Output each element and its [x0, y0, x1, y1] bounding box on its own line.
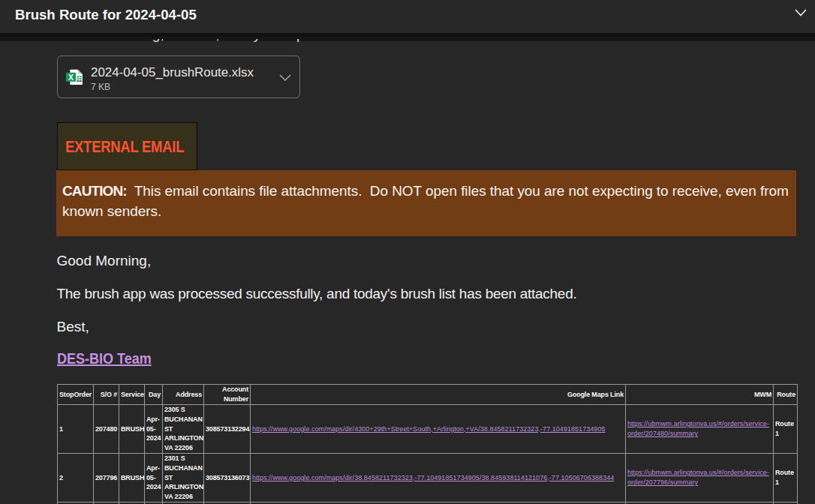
- external-email-badge: EXTERNAL EMAIL: [57, 122, 197, 170]
- external-email-badge-text: EXTERNAL EMAIL: [65, 137, 184, 157]
- maps-link[interactable]: https://www.google.com/maps/dir/38.84582…: [252, 474, 614, 482]
- col-header-route: Route: [774, 385, 798, 405]
- cell-mwm: https://ubmwm.arlingtonva.us/#/orders/se…: [626, 405, 774, 454]
- col-header-service: Service: [119, 385, 145, 405]
- des-bio-team-link[interactable]: DES-BIO Team: [57, 350, 152, 368]
- route-table-header: StopOrderS/O #ServiceDayAddressAccount N…: [58, 385, 798, 405]
- cell-stop-order: 2: [58, 453, 94, 502]
- collapse-chevron-icon[interactable]: [795, 9, 807, 17]
- attachment-filename[interactable]: 2024-04-05_brushRoute.xlsx: [91, 65, 254, 80]
- cell-mwm: https://ubmwm.arlingtonva.us/#/orders/se…: [626, 453, 774, 502]
- cell-address: 2301 S BUCHANAN ST ARLINGTON VA 22206: [163, 453, 204, 502]
- svg-text:X: X: [68, 73, 74, 82]
- col-header-day: Day: [145, 385, 163, 405]
- col-header-address: Address: [163, 385, 204, 405]
- attachment-filesize: 7 KB: [91, 82, 110, 92]
- cell-maps: https://www.google.com/maps/dir/4300+29t…: [251, 405, 626, 454]
- cell-account: 308573136073: [204, 453, 251, 502]
- cell-day: Apr-05-2024: [145, 405, 163, 454]
- cell-so: 207480: [94, 405, 119, 454]
- cell-day: Apr-05-2024: [145, 453, 163, 502]
- caution-text: CAUTION: This email contains file attach…: [62, 181, 789, 221]
- cell-service: BRUSH: [119, 453, 145, 502]
- cell-route: Route 1: [774, 405, 798, 454]
- route-table: StopOrderS/O #ServiceDayAddressAccount N…: [57, 384, 798, 504]
- maps-link[interactable]: https://www.google.com/maps/dir/4300+29t…: [252, 425, 606, 433]
- cell-account: 308573132294: [204, 405, 251, 454]
- caution-line1: This email contains file attachments. Do…: [127, 183, 789, 199]
- excel-file-icon: X: [65, 69, 83, 86]
- cell-service: BRUSH: [119, 405, 145, 454]
- route-table-container: StopOrderS/O #ServiceDayAddressAccount N…: [57, 384, 798, 504]
- caution-label: CAUTION:: [62, 183, 127, 199]
- route-table-body: 1207480BRUSHApr-05-20242305 S BUCHANAN S…: [58, 405, 798, 504]
- body-greeting: Good Morning,: [57, 253, 152, 269]
- col-header-account-number: Account Number: [204, 385, 251, 405]
- col-header-mwm: MWM: [626, 385, 774, 405]
- cell-stop-order: 1: [58, 405, 94, 454]
- attachment-card[interactable]: X 2024-04-05_brushRoute.xlsx 7 KB: [57, 56, 300, 98]
- mwm-link[interactable]: https://ubmwm.arlingtonva.us/#/orders/se…: [627, 469, 769, 486]
- cell-route: Route 1: [774, 453, 798, 502]
- cell-maps: https://www.google.com/maps/dir/38.84582…: [251, 453, 626, 502]
- col-header-s-o-: S/O #: [94, 385, 119, 405]
- col-header-stoporder: StopOrder: [58, 385, 94, 405]
- body-signature: DES-BIO Team: [57, 350, 162, 368]
- attachment-options-chevron-icon[interactable]: [279, 74, 291, 82]
- email-reading-pane: Brush Route for 2024-04-05 Good Morning,…: [0, 0, 815, 504]
- cell-address: 2305 S BUCHANAN ST ARLINGTON VA 22206: [163, 405, 204, 454]
- cell-so: 207796: [94, 453, 119, 502]
- clipped-text-line: Good Morning, Christa, today's map: [68, 39, 305, 43]
- caution-banner: CAUTION: This email contains file attach…: [56, 170, 796, 236]
- route-row-1: 1207480BRUSHApr-05-20242305 S BUCHANAN S…: [58, 405, 798, 454]
- caution-line2: known senders.: [62, 203, 161, 219]
- body-message: The brush app was processed successfully…: [57, 286, 577, 302]
- col-header-google-maps-link: Google Maps Link: [251, 385, 626, 405]
- route-row-2: 2207796BRUSHApr-05-20242301 S BUCHANAN S…: [58, 453, 798, 502]
- email-subject: Brush Route for 2024-04-05: [15, 0, 197, 33]
- body-signoff: Best,: [57, 319, 89, 335]
- subject-header-bar: Brush Route for 2024-04-05: [0, 0, 815, 33]
- mwm-link[interactable]: https://ubmwm.arlingtonva.us/#/orders/se…: [627, 420, 769, 437]
- clipped-text-region: Good Morning, Christa, today's map: [0, 39, 815, 43]
- route-table-header-row: StopOrderS/O #ServiceDayAddressAccount N…: [58, 385, 798, 405]
